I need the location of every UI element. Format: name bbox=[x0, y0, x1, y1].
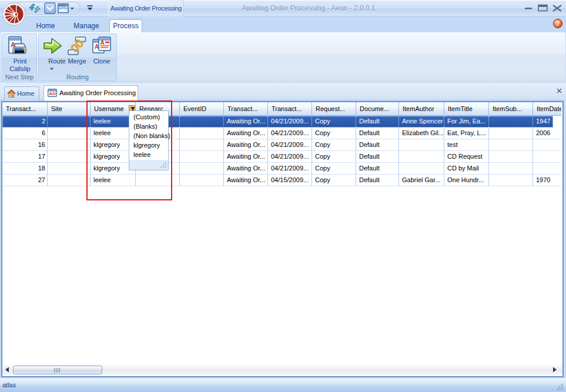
svg-text:A: A bbox=[101, 39, 105, 46]
svg-text:A: A bbox=[95, 43, 99, 50]
svg-text:A: A bbox=[49, 91, 53, 96]
